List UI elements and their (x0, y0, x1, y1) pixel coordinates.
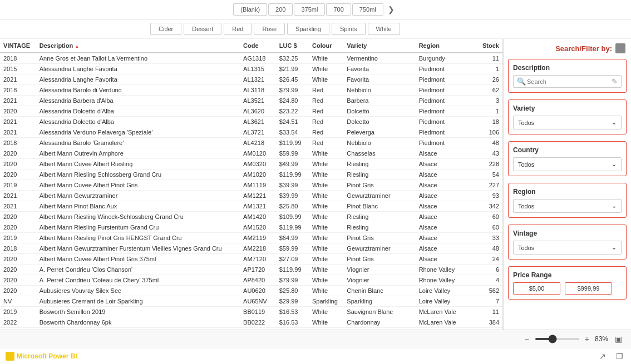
table-row[interactable]: 2020Albert Mann Outrevin AmphoreAM0120$5… (0, 148, 502, 159)
table-cell: Red (309, 117, 343, 127)
category-filter-bar: Cider Dessert Red Rose Sparkling Spirits… (0, 19, 631, 39)
filter-blank[interactable]: (Blank) (233, 3, 267, 16)
col-luc[interactable]: LUC $ (276, 39, 309, 53)
table-cell: Alsace (416, 159, 476, 169)
table-row[interactable]: 2020Alessandria Dolcetto d'AlbaAL3620$23… (0, 106, 502, 117)
table-cell: Alessandria Dolcetto d'Alba (36, 106, 240, 117)
table-cell: Albert Mann Cuvee Albert Riesling (36, 159, 240, 169)
table-row[interactable]: 2020Albert Mann Riesling Schlossberg Gra… (0, 169, 502, 180)
table-cell: Alessandria Dolcetto d'Alba (36, 117, 240, 127)
table-cell: White (309, 159, 343, 169)
table-row[interactable]: 2021Alessandria Langhe FavoritaAL1321$26… (0, 74, 502, 85)
table-row[interactable]: 2021Albert Mann GewurztraminerAM1221$39.… (0, 191, 502, 201)
table-row[interactable]: 2018Alessandria Barolo di VerdunoAL3118$… (0, 85, 502, 96)
col-region[interactable]: Region (416, 39, 476, 53)
price-max-input[interactable] (565, 282, 612, 295)
filter-cider[interactable]: Cider (150, 23, 181, 35)
table-cell: Chenin Blanc (343, 286, 415, 296)
table-cell: 2020 (0, 275, 36, 286)
table-row[interactable]: 2021Alessandria Barbera d'AlbaAL3521$24.… (0, 96, 502, 106)
table-cell: 2020 (0, 212, 36, 222)
col-variety[interactable]: Variety (343, 39, 415, 53)
search-input[interactable] (527, 78, 612, 85)
table-row[interactable]: 2020Albert Mann Riesling Furstentum Gran… (0, 222, 502, 233)
table-cell: 2018 (0, 85, 36, 96)
table-row[interactable]: NVAubusieres Cremant de Loir SparklingAU… (0, 296, 502, 307)
country-dropdown[interactable]: Todos ⌄ (513, 157, 622, 171)
table-row[interactable]: 2020A. Perret Condrieu 'Coteau de Chery'… (0, 275, 502, 286)
filter-rose[interactable]: Rose (254, 23, 285, 35)
table-cell: Sparkling (343, 296, 415, 307)
col-vintage[interactable]: VINTAGE (0, 39, 36, 53)
table-row[interactable]: 2018Albert Mann Gewurztraminer Furstentu… (0, 243, 502, 254)
vintage-dropdown[interactable]: Todos ⌄ (513, 241, 622, 255)
table-row[interactable]: 2015Alessandria Langhe FavoritaAL1315$21… (0, 64, 502, 74)
fullscreen-icon[interactable]: ❐ (614, 351, 625, 362)
col-code[interactable]: Code (240, 39, 276, 53)
filter-white[interactable]: White (368, 23, 400, 35)
filter-dessert[interactable]: Dessert (184, 23, 221, 35)
filter-red[interactable]: Red (224, 23, 252, 35)
table-row[interactable]: 2022Bosworth Chardonnay 6pkBB0222$16.53W… (0, 317, 502, 328)
table-row[interactable]: 2020Bosworth Sauvignon BlancBB0720$12.74… (0, 328, 502, 330)
zoom-slider[interactable] (535, 338, 579, 340)
zoom-out-button[interactable]: − (522, 333, 531, 345)
table-cell: Viognier (343, 275, 415, 286)
table-row[interactable]: 2021Albert Mann Pinot Blanc AuxAM1321$25… (0, 201, 502, 212)
table-cell: 2019 (0, 180, 36, 191)
table-cell: $16.53 (276, 317, 309, 328)
table-cell: 342 (475, 201, 502, 212)
table-cell: 228 (475, 159, 502, 169)
table-cell: 2021 (0, 127, 36, 138)
filter-700[interactable]: 700 (326, 3, 351, 16)
table-cell: $59.99 (276, 148, 309, 159)
table-row[interactable]: 2019Albert Mann Riesling Pinot Gris HENG… (0, 233, 502, 243)
region-dropdown[interactable]: Todos ⌄ (513, 199, 622, 213)
variety-dropdown[interactable]: Todos ⌄ (513, 116, 622, 129)
edit-icon[interactable]: ✎ (612, 77, 618, 86)
filter-spirits[interactable]: Spirits (332, 23, 366, 35)
table-row[interactable]: 2021Alessandria Dolcetto d'AlbaAL3621$24… (0, 117, 502, 127)
table-cell: 1 (475, 106, 502, 117)
table-area[interactable]: VINTAGE Description ▲ Code LUC $ Colour … (0, 39, 503, 330)
table-cell: White (309, 180, 343, 191)
table-row[interactable]: 2020Albert Mann Cuvee Albert Pinot Gris … (0, 254, 502, 265)
table-cell: AM1520 (240, 222, 276, 233)
table-cell: $59.99 (276, 243, 309, 254)
table-row[interactable]: 2020Albert Mann Riesling Wineck-Schlossb… (0, 212, 502, 222)
app-container: (Blank) 200 375ml 700 750ml ❯ Cider Dess… (0, 0, 631, 364)
table-row[interactable]: 2019Albert Mann Cuvee Albert Pinot GrisA… (0, 180, 502, 191)
sidebar-collapse-icon[interactable] (615, 43, 625, 53)
table-row[interactable]: 2019Bosworth Semillon 2019BB0119$16.53Wh… (0, 307, 502, 317)
table-cell: A. Perret Condrieu 'Coteau de Chery' 375… (36, 275, 240, 286)
table-cell: White (309, 169, 343, 180)
price-min-input[interactable] (513, 282, 560, 295)
table-row[interactable]: 2018Anne Gros et Jean Tallot La Vermenti… (0, 53, 502, 64)
col-colour[interactable]: Colour (309, 39, 343, 53)
filter-sparkling[interactable]: Sparkling (287, 23, 329, 35)
main-area: VINTAGE Description ▲ Code LUC $ Colour … (0, 39, 631, 330)
table-row[interactable]: 2020Aubusieres Vouvray Silex SecAU0620$2… (0, 286, 502, 296)
filter-200[interactable]: 200 (268, 3, 293, 16)
table-cell: 11 (475, 53, 502, 64)
search-box[interactable]: 🔍 ✎ (513, 75, 622, 88)
table-cell: 48 (475, 138, 502, 148)
filter-375ml[interactable]: 375ml (294, 3, 325, 16)
fit-page-icon[interactable]: ▣ (613, 333, 624, 345)
col-stock[interactable]: Stock (475, 39, 502, 53)
col-description[interactable]: Description ▲ (36, 39, 240, 53)
filter-750ml[interactable]: 750ml (352, 3, 383, 16)
table-cell: Alsace (416, 180, 476, 191)
zoom-in-button[interactable]: + (583, 333, 591, 345)
table-row[interactable]: 2020Albert Mann Cuvee Albert RieslingAM0… (0, 159, 502, 169)
table-row[interactable]: 2021Alessandria Verduno Pelaverga 'Spezi… (0, 127, 502, 138)
table-row[interactable]: 2020A. Perret Condrieu 'Clos Chanson'AP1… (0, 265, 502, 275)
chevron-right-icon[interactable]: ❯ (384, 4, 398, 15)
table-cell: Pinot Gris (343, 254, 415, 265)
table-cell: 2015 (0, 64, 36, 74)
share-icon[interactable]: ↗ (597, 351, 608, 362)
table-row[interactable]: 2018Alessandria Barolo 'Gramolere'AL4218… (0, 138, 502, 148)
table-cell: Albert Mann Cuvee Albert Pinot Gris (36, 180, 240, 191)
table-cell: 11 (475, 307, 502, 317)
powerbi-link[interactable]: Microsoft Power BI (6, 352, 77, 361)
